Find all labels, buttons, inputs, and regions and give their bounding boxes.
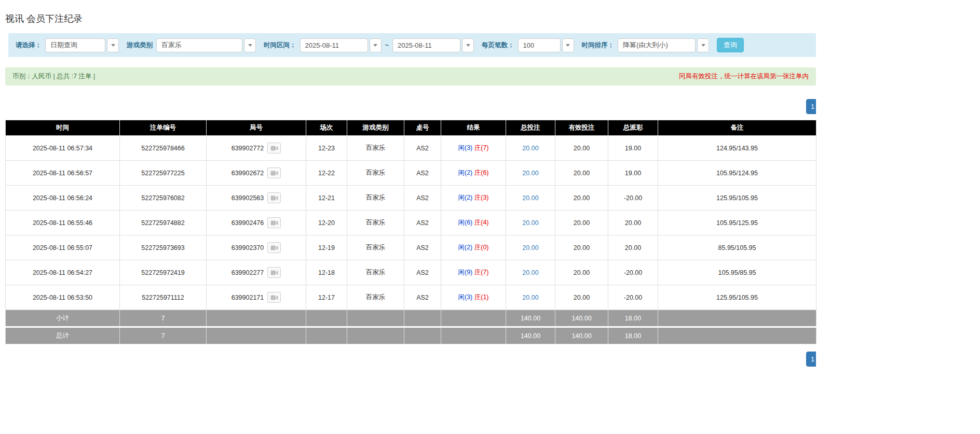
- cell-session: 12-17: [306, 285, 347, 310]
- video-replay-icon: [270, 220, 278, 226]
- date-to-input[interactable]: [392, 38, 460, 52]
- date-type-caret-button[interactable]: [107, 38, 119, 52]
- bets-table: 时间注单编号局号场次游戏类别桌号结果总投注有效投注总派彩备注 2025-08-1…: [5, 120, 816, 344]
- total-bet-link[interactable]: 20.00: [522, 294, 538, 301]
- cell-note: 85.95/105.95: [658, 235, 816, 260]
- total-bet-link[interactable]: 20.00: [522, 194, 538, 202]
- round-replay-button[interactable]: [267, 143, 281, 153]
- date-from-caret-button[interactable]: [370, 38, 382, 52]
- sort-order-caret-button[interactable]: [697, 38, 709, 52]
- cell-table-no: AS2: [404, 260, 441, 285]
- page-size-label: 每页笔数：: [482, 41, 514, 50]
- cell-bet-id: 522725978466: [120, 136, 207, 161]
- cell-valid-bet: 20.00: [555, 161, 608, 186]
- subtotal-row-cell-session: [306, 310, 347, 327]
- subtotal-row-cell-result: [441, 310, 506, 327]
- date-range-label: 时间区间：: [264, 41, 296, 50]
- cell-result: 闲(9) 庄(7): [441, 260, 506, 285]
- total-bet-link[interactable]: 20.00: [522, 269, 538, 276]
- table-row: 2025-08-11 06:54:27522725972419639902277…: [6, 260, 816, 285]
- cell-game-type: 百家乐: [347, 235, 404, 260]
- cell-game-type: 百家乐: [347, 260, 404, 285]
- cell-total-bet: 20.00: [506, 186, 555, 211]
- page-size-input[interactable]: [518, 38, 561, 52]
- round-replay-button[interactable]: [267, 242, 281, 253]
- result-banker: 庄(6): [472, 169, 488, 176]
- round-replay-button[interactable]: [267, 192, 281, 203]
- cell-table-no: AS2: [404, 235, 441, 260]
- cell-valid-bet: 20.00: [555, 260, 608, 285]
- cell-total-bet: 20.00: [506, 161, 555, 186]
- total-bet-link[interactable]: 20.00: [522, 170, 538, 177]
- cell-game-type: 百家乐: [347, 186, 404, 211]
- result-banker: 庄(0): [472, 244, 488, 251]
- date-type-select: [45, 38, 119, 52]
- subtotal-row: 小计7 140.00140.0018.00: [6, 310, 816, 327]
- subtotal-row-cell-total-bet: 140.00: [506, 310, 555, 327]
- page-number-button[interactable]: 1: [806, 352, 816, 367]
- cell-round-id: 639902672: [207, 161, 306, 186]
- cell-payout: -20.00: [608, 186, 658, 211]
- total-bet-link[interactable]: 20.00: [522, 244, 538, 251]
- result-banker: 庄(7): [472, 144, 488, 151]
- date-from-input[interactable]: [300, 38, 368, 52]
- subtotal-row-cell-game-type: [347, 310, 404, 327]
- cell-round-id: 639902476: [207, 211, 306, 235]
- column-header: 游戏类别: [347, 120, 404, 136]
- round-replay-button[interactable]: [267, 167, 281, 178]
- page-number-button[interactable]: 1: [806, 99, 816, 114]
- search-button[interactable]: 查询: [717, 38, 744, 52]
- cell-valid-bet: 20.00: [555, 285, 608, 310]
- cell-total-bet: 20.00: [506, 136, 555, 161]
- sort-order-input[interactable]: [618, 38, 696, 52]
- round-replay-button[interactable]: [267, 267, 281, 278]
- currency-total-summary: 币别：人民币 | 总共 :7 注单 |: [12, 72, 95, 81]
- cell-session: 12-21: [306, 186, 347, 211]
- total-row-cell-count: 7: [120, 327, 207, 344]
- total-row-cell-total-bet: 140.00: [506, 327, 555, 344]
- column-header: 时间: [6, 120, 120, 136]
- total-bet-link[interactable]: 20.00: [522, 219, 538, 227]
- page-size-caret-button[interactable]: [562, 38, 574, 52]
- cell-session: 12-20: [306, 211, 347, 235]
- chevron-down-icon: [466, 44, 470, 47]
- round-replay-button[interactable]: [267, 217, 281, 228]
- result-player: 闲(6): [458, 219, 472, 226]
- chevron-down-icon: [111, 44, 115, 47]
- cell-payout: 19.00: [608, 136, 658, 161]
- cell-total-bet: 20.00: [506, 211, 555, 235]
- total-bet-link[interactable]: 20.00: [522, 145, 538, 152]
- valid-bet-notice: 同局有效投注，统一计算在该局第一张注单内: [679, 72, 809, 81]
- cell-time: 2025-08-11 06:56:57: [6, 161, 120, 186]
- video-replay-icon: [270, 195, 278, 201]
- game-type-input[interactable]: [156, 38, 242, 52]
- table-row: 2025-08-11 06:55:07522725973693639902370…: [6, 235, 816, 260]
- column-header: 桌号: [404, 120, 441, 136]
- cell-time: 2025-08-11 06:56:24: [6, 186, 120, 211]
- cell-note: 124.95/143.95: [658, 136, 816, 161]
- subtotal-row-cell-count: 7: [120, 310, 207, 327]
- cell-time: 2025-08-11 06:53:50: [6, 285, 120, 310]
- game-type-caret-button[interactable]: [244, 38, 256, 52]
- table-row: 2025-08-11 06:56:57522725977225639902672…: [6, 161, 816, 186]
- round-id-text: 639902277: [232, 269, 264, 276]
- cell-session: 12-19: [306, 235, 347, 260]
- cell-time: 2025-08-11 06:55:07: [6, 235, 120, 260]
- cell-note: 125.95/105.95: [658, 285, 816, 310]
- cell-total-bet: 20.00: [506, 235, 555, 260]
- round-replay-button[interactable]: [267, 292, 281, 303]
- date-to-caret-button[interactable]: [462, 38, 474, 52]
- cell-total-bet: 20.00: [506, 285, 555, 310]
- date-type-input[interactable]: [45, 38, 105, 52]
- round-id-group: 639902476: [209, 217, 304, 228]
- round-id-group: 639902563: [209, 192, 304, 203]
- result-player: 闲(2): [458, 244, 472, 251]
- subtotal-row-cell-note: [658, 310, 816, 327]
- table-footer: 小计7 140.00140.0018.00 总计7 140.00140.0018…: [6, 310, 816, 344]
- result-player: 闲(3): [458, 293, 472, 301]
- column-header: 结果: [441, 120, 506, 136]
- cell-note: 125.95/105.95: [658, 186, 816, 211]
- cell-valid-bet: 20.00: [555, 186, 608, 211]
- total-row-cell-payout: 18.00: [608, 327, 658, 344]
- cell-valid-bet: 20.00: [555, 136, 608, 161]
